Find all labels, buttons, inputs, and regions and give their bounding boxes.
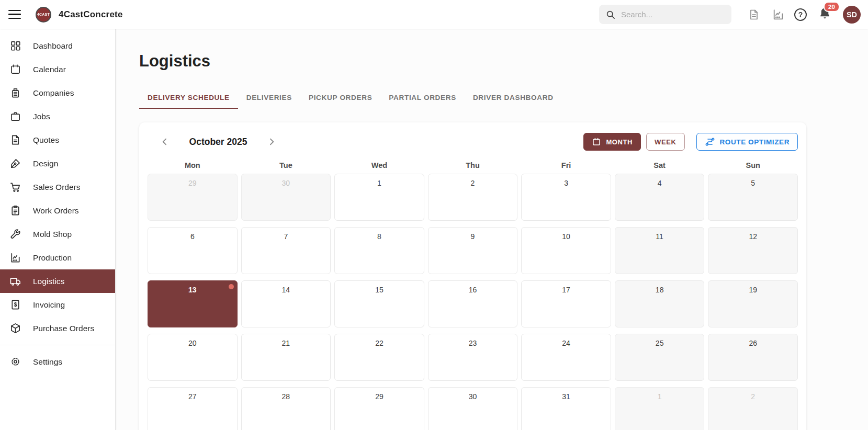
sidebar-item-label: Sales Orders [33, 183, 80, 192]
sidebar-item-quotes[interactable]: Quotes [0, 128, 115, 152]
calendar-day-cell-24[interactable]: 24 [521, 334, 611, 381]
calendar-day-cell-4[interactable]: 4 [615, 174, 705, 221]
tab-bar: DELIVERY SCHEDULE DELIVERIES PICKUP ORDE… [139, 88, 868, 109]
day-number: 29 [148, 179, 237, 187]
notifications-bell[interactable]: 20 [818, 7, 831, 22]
calendar-day-cell-2[interactable]: 2 [708, 387, 798, 430]
day-number: 19 [708, 286, 797, 294]
day-number: 30 [429, 392, 517, 401]
calendar-day-cell-25[interactable]: 25 [615, 334, 705, 381]
calendar-grid: 2930123456789101112131415161718192021222… [148, 174, 798, 430]
building-icon [9, 87, 21, 99]
prev-month-button[interactable] [157, 134, 173, 150]
help-icon[interactable]: ? [794, 8, 807, 21]
logo-text: 4CAST [37, 13, 50, 16]
sidebar-item-label: Companies [33, 88, 74, 98]
day-header-fri: Fri [521, 161, 611, 169]
sidebar-item-settings[interactable]: Settings [0, 350, 115, 374]
sidebar-item-production[interactable]: Production [0, 246, 115, 269]
invoice-icon: $ [9, 299, 21, 311]
calendar-day-cell-17[interactable]: 17 [521, 280, 611, 327]
calendar-day-cell-30[interactable]: 30 [241, 174, 331, 221]
tab-partial-orders[interactable]: PARTIAL ORDERS [380, 88, 465, 109]
calendar-day-cell-30[interactable]: 30 [428, 387, 518, 430]
calendar-day-cell-28[interactable]: 28 [241, 387, 331, 430]
search-input[interactable] [621, 10, 720, 19]
calendar-day-cell-14[interactable]: 14 [241, 280, 331, 327]
reports-factory-icon[interactable] [771, 8, 785, 21]
calendar-day-cell-1[interactable]: 1 [334, 174, 424, 221]
day-number: 14 [242, 286, 331, 294]
calendar-day-cell-16[interactable]: 16 [428, 280, 518, 327]
week-view-button[interactable]: WEEK [646, 133, 684, 151]
svg-text:$: $ [14, 302, 17, 308]
calendar-day-cell-15[interactable]: 15 [334, 280, 424, 327]
tab-deliveries[interactable]: DELIVERIES [238, 88, 300, 109]
sidebar-item-dashboard[interactable]: Dashboard [0, 34, 115, 58]
calendar-day-cell-29[interactable]: 29 [334, 387, 424, 430]
factory-icon [9, 252, 21, 264]
calendar-day-cell-2[interactable]: 2 [428, 174, 518, 221]
calendar-day-cell-13[interactable]: 13 [148, 280, 238, 327]
calendar-day-cell-12[interactable]: 12 [708, 227, 798, 274]
calendar-card: October 2025 MONTH WEEK [139, 122, 806, 430]
month-title: October 2025 [184, 137, 252, 148]
calendar-day-cell-27[interactable]: 27 [148, 387, 238, 430]
day-number: 15 [335, 286, 424, 294]
sidebar-item-design[interactable]: Design [0, 152, 115, 175]
sidebar-item-sales-orders[interactable]: Sales Orders [0, 175, 115, 199]
day-number: 17 [522, 286, 611, 294]
calendar-day-cell-18[interactable]: 18 [615, 280, 705, 327]
calendar-day-cell-1[interactable]: 1 [615, 387, 705, 430]
sidebar-item-jobs[interactable]: Jobs [0, 105, 115, 128]
calendar-day-cell-5[interactable]: 5 [708, 174, 798, 221]
sidebar-item-invoicing[interactable]: $ Invoicing [0, 293, 115, 316]
sidebar-item-label: Dashboard [33, 41, 73, 51]
calendar-day-cell-19[interactable]: 19 [708, 280, 798, 327]
user-avatar[interactable]: SD [843, 6, 861, 24]
sidebar-item-work-orders[interactable]: Work Orders [0, 199, 115, 222]
tab-driver-dashboard[interactable]: DRIVER DASHBOARD [465, 88, 562, 109]
day-number: 2 [708, 392, 797, 401]
calendar-day-cell-10[interactable]: 10 [521, 227, 611, 274]
day-number: 26 [708, 339, 797, 347]
sidebar-item-purchase-orders[interactable]: Purchase Orders [0, 316, 115, 340]
calendar-day-cell-7[interactable]: 7 [241, 227, 331, 274]
calendar-day-cell-31[interactable]: 31 [521, 387, 611, 430]
calendar-day-cell-20[interactable]: 20 [148, 334, 238, 381]
next-month-button[interactable] [264, 134, 279, 150]
day-header-mon: Mon [148, 161, 238, 169]
sidebar-item-calendar[interactable]: Calendar [0, 58, 115, 81]
tab-delivery-schedule[interactable]: DELIVERY SCHEDULE [139, 88, 238, 109]
documents-icon[interactable] [747, 8, 761, 21]
search-icon [605, 9, 616, 20]
calendar-day-cell-8[interactable]: 8 [334, 227, 424, 274]
calendar-day-cell-23[interactable]: 23 [428, 334, 518, 381]
day-number: 10 [522, 232, 611, 241]
tab-pickup-orders[interactable]: PICKUP ORDERS [300, 88, 380, 109]
sidebar-item-logistics[interactable]: Logistics [0, 269, 115, 293]
day-number: 29 [335, 392, 424, 401]
calendar-day-cell-11[interactable]: 11 [615, 227, 705, 274]
route-optimizer-button[interactable]: ROUTE OPTIMIZER [696, 133, 798, 151]
sidebar-item-companies[interactable]: Companies [0, 81, 115, 105]
calendar-day-cell-3[interactable]: 3 [521, 174, 611, 221]
calendar-day-cell-21[interactable]: 21 [241, 334, 331, 381]
sidebar-item-mold-shop[interactable]: Mold Shop [0, 222, 115, 246]
calendar-day-cell-29[interactable]: 29 [148, 174, 238, 221]
calendar-day-cell-9[interactable]: 9 [428, 227, 518, 274]
page-title: Logistics [139, 52, 868, 71]
calendar-day-headers: Mon Tue Wed Thu Fri Sat Sun [148, 161, 798, 169]
month-button-label: MONTH [606, 138, 633, 146]
package-box-icon [9, 322, 21, 334]
search-box[interactable] [599, 5, 731, 24]
calendar-day-cell-6[interactable]: 6 [148, 227, 238, 274]
route-button-label: ROUTE OPTIMIZER [720, 138, 790, 146]
month-view-button[interactable]: MONTH [583, 133, 641, 151]
route-icon [705, 137, 715, 147]
calendar-day-cell-22[interactable]: 22 [334, 334, 424, 381]
calendar-day-cell-26[interactable]: 26 [708, 334, 798, 381]
sidebar-item-label: Quotes [33, 135, 59, 145]
dashboard-icon [9, 40, 21, 52]
menu-icon[interactable] [8, 7, 23, 22]
